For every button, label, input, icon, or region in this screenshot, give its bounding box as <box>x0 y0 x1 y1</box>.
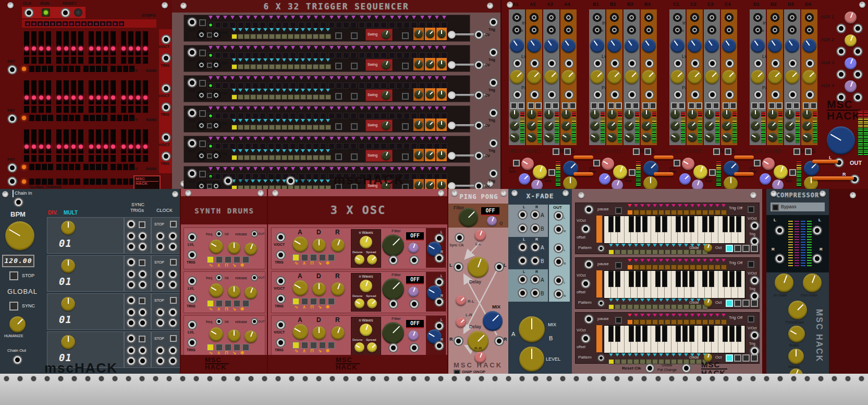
pattern-step[interactable] <box>256 89 262 100</box>
pattern-step[interactable] <box>256 119 262 130</box>
black-key[interactable] <box>642 216 647 232</box>
pattern-cell[interactable] <box>96 66 101 72</box>
step-cell[interactable] <box>373 113 380 119</box>
trigger-step[interactable] <box>237 76 244 89</box>
step-cell[interactable] <box>245 82 251 89</box>
eq-hi-knob[interactable] <box>751 110 760 119</box>
trig-input-port[interactable] <box>188 339 196 347</box>
step-cell[interactable] <box>222 143 228 149</box>
note-slider[interactable] <box>96 129 101 153</box>
step-cell[interactable] <box>366 52 372 58</box>
pattern-step[interactable] <box>231 58 237 69</box>
pattern-cell[interactable] <box>640 249 645 255</box>
trigger-step[interactable] <box>298 106 305 119</box>
step-stub[interactable] <box>103 155 108 162</box>
pattern-step[interactable] <box>262 149 268 160</box>
clock-out-port[interactable] <box>156 281 164 289</box>
range-knob[interactable] <box>426 60 434 68</box>
pattern-cell[interactable] <box>325 155 331 160</box>
note-slider[interactable] <box>111 31 116 55</box>
pattern-step[interactable] <box>614 353 620 364</box>
pan-knob[interactable] <box>590 70 604 84</box>
trig-output-port[interactable] <box>490 79 497 87</box>
step-cell[interactable] <box>320 173 326 180</box>
pan-knob[interactable] <box>705 70 719 84</box>
r-output-port[interactable] <box>495 337 503 345</box>
step-cell[interactable] <box>671 319 677 325</box>
pan-cv-port[interactable] <box>789 91 797 99</box>
trig-output-port[interactable] <box>490 139 497 147</box>
group-mute-button[interactable] <box>633 148 640 155</box>
trigger-step[interactable] <box>259 106 266 119</box>
trigger-step[interactable] <box>441 46 448 58</box>
trigger-step[interactable] <box>410 167 418 180</box>
pattern-step[interactable] <box>319 28 325 39</box>
trigger-step[interactable] <box>380 16 387 28</box>
pattern-cell[interactable] <box>48 164 53 170</box>
pattern-step[interactable] <box>627 299 633 309</box>
trig-out-port[interactable] <box>139 357 146 365</box>
black-key[interactable] <box>635 216 641 232</box>
detune-knob[interactable] <box>354 342 364 352</box>
trigger-step[interactable] <box>259 46 266 58</box>
xfade-mix-knob[interactable] <box>519 316 545 342</box>
pattern-cell[interactable] <box>250 94 256 100</box>
step-cell[interactable] <box>275 113 282 119</box>
solo-button[interactable] <box>598 102 605 109</box>
trig-output-port[interactable] <box>751 237 759 245</box>
aux3-send-knob[interactable] <box>679 173 691 185</box>
pattern-cell[interactable] <box>42 164 47 170</box>
voct-input-port[interactable] <box>582 335 590 342</box>
slider-handle[interactable] <box>136 46 140 51</box>
trigger-step[interactable] <box>720 204 727 215</box>
reset-input-port[interactable] <box>62 9 69 17</box>
note-slider[interactable] <box>24 31 29 55</box>
pattern-cell[interactable] <box>627 249 633 255</box>
step-cell[interactable] <box>652 265 658 270</box>
step-stub[interactable] <box>111 155 116 162</box>
step-cell[interactable] <box>633 265 639 270</box>
slider-handle[interactable] <box>104 145 108 149</box>
lvl-input-port[interactable] <box>188 321 196 329</box>
step-cell[interactable] <box>359 82 365 89</box>
step-cell[interactable] <box>677 210 683 215</box>
pattern-step[interactable] <box>275 28 281 39</box>
b-l-port[interactable] <box>519 257 527 265</box>
slider-handle[interactable] <box>143 96 148 100</box>
step-cell[interactable] <box>313 52 319 58</box>
swing-knob[interactable] <box>382 61 390 69</box>
trigger-step[interactable] <box>365 106 373 119</box>
pattern-cell[interactable] <box>294 125 300 130</box>
pattern-port[interactable] <box>198 31 205 39</box>
pattern-cell[interactable] <box>640 359 645 364</box>
step-cell[interactable] <box>215 82 221 89</box>
trigger-step[interactable] <box>252 76 259 89</box>
clk-input-port[interactable] <box>188 79 196 87</box>
step-stub[interactable] <box>31 106 36 113</box>
pattern-step[interactable] <box>306 58 312 69</box>
out-l-port[interactable] <box>555 244 563 252</box>
pattern-input-port[interactable] <box>8 164 16 172</box>
note-slider[interactable] <box>78 129 83 153</box>
note-slider[interactable] <box>128 31 133 55</box>
row-stop-button[interactable] <box>170 335 177 342</box>
trigger-step[interactable] <box>298 76 305 89</box>
pattern-step[interactable] <box>683 299 689 309</box>
in-r-port[interactable] <box>691 26 699 34</box>
trigger-step[interactable] <box>207 106 214 119</box>
trigger-step[interactable] <box>720 259 727 270</box>
pattern-step[interactable] <box>287 28 294 39</box>
trigger-step[interactable] <box>652 314 658 325</box>
pattern-cell[interactable] <box>263 34 268 39</box>
pattern-step[interactable] <box>250 58 256 69</box>
pattern-step[interactable] <box>300 89 306 100</box>
trigger-step[interactable] <box>358 106 365 119</box>
in-r-port[interactable] <box>788 26 796 34</box>
pattern-step[interactable] <box>670 244 677 255</box>
trigger-step[interactable] <box>298 167 305 180</box>
pattern-cell[interactable] <box>269 155 275 160</box>
step-led-cell[interactable] <box>31 21 36 26</box>
pattern-step[interactable] <box>294 149 300 160</box>
trigger-step[interactable] <box>244 167 252 180</box>
note-slider[interactable] <box>31 80 36 104</box>
